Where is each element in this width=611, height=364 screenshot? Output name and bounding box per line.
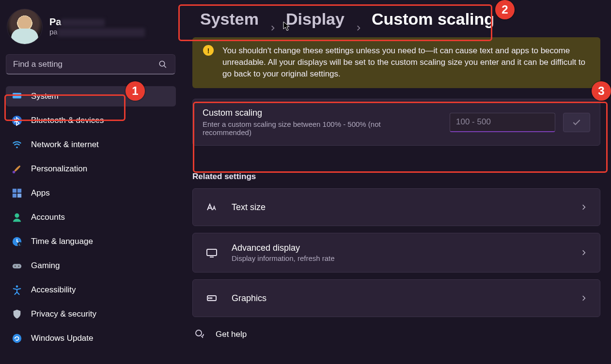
related-advanced-display[interactable]: Advanced display Display information, re… bbox=[192, 233, 600, 273]
monitor-icon bbox=[12, 91, 22, 102]
breadcrumb: System Display Custom scaling bbox=[192, 8, 600, 32]
related-item-title: Text size bbox=[232, 202, 567, 212]
warning-icon: ! bbox=[203, 45, 214, 56]
chevron-right-icon bbox=[269, 16, 275, 22]
sidebar-item-label: Bluetooth & devices bbox=[31, 116, 104, 125]
gamepad-icon bbox=[12, 260, 22, 271]
sidebar-item-network[interactable]: Network & internet bbox=[6, 135, 176, 155]
sidebar-item-bluetooth[interactable]: Bluetooth & devices bbox=[6, 110, 176, 131]
person-icon bbox=[12, 212, 22, 223]
get-help-link[interactable]: Get help bbox=[192, 329, 600, 340]
chevron-right-icon bbox=[355, 16, 361, 22]
graphics-icon bbox=[205, 292, 218, 304]
sidebar-item-label: Privacy & security bbox=[31, 309, 96, 319]
svg-point-4 bbox=[12, 116, 22, 125]
display-icon bbox=[205, 246, 218, 259]
related-graphics[interactable]: Graphics bbox=[192, 279, 600, 317]
user-name: Pa bbox=[49, 16, 145, 28]
svg-point-0 bbox=[159, 61, 165, 66]
related-heading: Related settings bbox=[192, 172, 600, 182]
related-item-sub: Display information, refresh rate bbox=[232, 254, 567, 262]
related-item-title: Advanced display bbox=[232, 243, 567, 253]
bluetooth-icon bbox=[12, 115, 22, 126]
sidebar-item-label: Time & language bbox=[31, 237, 93, 246]
custom-scaling-card: Custom scaling Enter a custom scaling si… bbox=[192, 99, 600, 146]
avatar[interactable] bbox=[7, 9, 43, 45]
svg-text:L: L bbox=[19, 243, 20, 246]
custom-scaling-input[interactable] bbox=[450, 113, 555, 132]
sidebar-item-label: Gaming bbox=[31, 261, 60, 271]
user-block[interactable]: Pa pa bbox=[6, 9, 176, 52]
accessibility-icon bbox=[12, 285, 22, 295]
svg-point-19 bbox=[13, 334, 21, 343]
search-icon bbox=[158, 60, 167, 69]
svg-rect-15 bbox=[13, 264, 21, 268]
clock-icon: L bbox=[12, 236, 22, 247]
main-content: System Display Custom scaling ! You shou… bbox=[182, 0, 611, 364]
help-label: Get help bbox=[216, 330, 247, 339]
chevron-right-icon bbox=[580, 249, 587, 256]
svg-rect-3 bbox=[13, 93, 21, 98]
sidebar-item-label: System bbox=[31, 91, 59, 101]
scaling-title: Custom scaling bbox=[203, 108, 442, 118]
search-wrap bbox=[6, 54, 176, 75]
svg-point-17 bbox=[18, 266, 19, 267]
text-size-icon bbox=[205, 201, 218, 213]
svg-rect-10 bbox=[17, 194, 21, 197]
breadcrumb-display[interactable]: Display bbox=[286, 10, 345, 29]
svg-point-16 bbox=[15, 266, 16, 267]
sidebar-item-label: Accessibility bbox=[31, 285, 76, 295]
sidebar-item-label: Network & internet bbox=[31, 140, 99, 150]
brush-icon bbox=[12, 164, 22, 174]
sidebar: Pa pa System Bluetooth & devices bbox=[0, 0, 182, 364]
svg-point-27 bbox=[202, 337, 203, 338]
sidebar-item-gaming[interactable]: Gaming bbox=[6, 256, 176, 276]
help-icon bbox=[194, 329, 206, 340]
svg-point-26 bbox=[196, 330, 202, 336]
apps-icon bbox=[12, 188, 22, 198]
scaling-subtitle: Enter a custom scaling size between 100%… bbox=[203, 120, 406, 136]
shield-icon bbox=[12, 309, 22, 319]
sidebar-item-accounts[interactable]: Accounts bbox=[6, 207, 176, 228]
sidebar-item-accessibility[interactable]: Accessibility bbox=[6, 280, 176, 300]
svg-point-18 bbox=[16, 285, 18, 288]
warning-text: You shouldn't change these settings unle… bbox=[222, 45, 589, 79]
sidebar-item-label: Apps bbox=[31, 188, 50, 198]
sidebar-item-system[interactable]: System bbox=[6, 86, 176, 106]
user-email: pa bbox=[49, 28, 145, 37]
related-text-size[interactable]: Text size bbox=[192, 188, 600, 226]
user-texts: Pa pa bbox=[49, 16, 145, 37]
chevron-right-icon bbox=[580, 295, 587, 302]
svg-point-11 bbox=[15, 213, 19, 218]
svg-line-1 bbox=[164, 65, 166, 68]
related-item-title: Graphics bbox=[232, 293, 567, 303]
warning-card: ! You shouldn't change these settings un… bbox=[192, 37, 600, 88]
svg-point-6 bbox=[13, 171, 16, 174]
sidebar-item-personalization[interactable]: Personalization bbox=[6, 159, 176, 179]
svg-point-5 bbox=[16, 147, 18, 149]
sidebar-item-update[interactable]: Windows Update bbox=[6, 328, 176, 349]
update-icon bbox=[12, 333, 22, 344]
sidebar-item-label: Accounts bbox=[31, 212, 65, 222]
svg-rect-8 bbox=[17, 189, 21, 193]
search-input[interactable] bbox=[6, 54, 175, 75]
sidebar-item-privacy[interactable]: Privacy & security bbox=[6, 304, 176, 324]
svg-rect-9 bbox=[13, 194, 16, 197]
breadcrumb-system[interactable]: System bbox=[200, 10, 259, 29]
svg-rect-7 bbox=[13, 189, 16, 193]
sidebar-item-label: Personalization bbox=[31, 164, 87, 174]
sidebar-item-label: Windows Update bbox=[31, 334, 94, 343]
sidebar-item-apps[interactable]: Apps bbox=[6, 183, 176, 203]
sidebar-nav: System Bluetooth & devices Network & int… bbox=[6, 86, 176, 349]
wifi-icon bbox=[12, 139, 22, 150]
check-icon bbox=[572, 118, 581, 127]
apply-scaling-button[interactable] bbox=[563, 113, 590, 132]
breadcrumb-current: Custom scaling bbox=[372, 10, 494, 29]
sidebar-item-time[interactable]: L Time & language bbox=[6, 231, 176, 252]
svg-rect-20 bbox=[207, 249, 217, 256]
chevron-right-icon bbox=[580, 204, 587, 211]
